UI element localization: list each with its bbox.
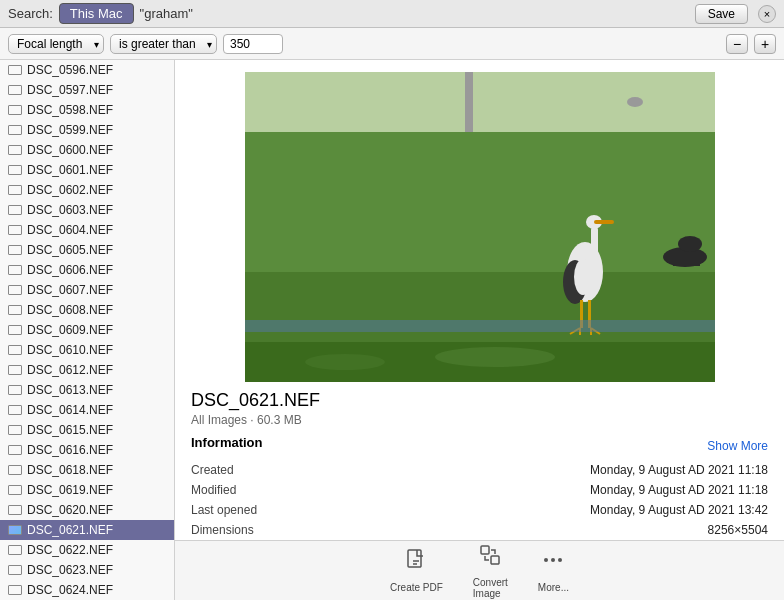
file-icon [8, 465, 22, 475]
file-name-label: DSC_0621.NEF [27, 523, 113, 537]
file-list-item[interactable]: DSC_0600.NEF [0, 140, 174, 160]
more-icon [541, 548, 565, 578]
svg-point-24 [435, 347, 555, 367]
file-icon [8, 365, 22, 375]
svg-rect-3 [465, 72, 473, 132]
file-list-item[interactable]: DSC_0614.NEF [0, 400, 174, 420]
file-icon [8, 245, 22, 255]
file-list-item[interactable]: DSC_0604.NEF [0, 220, 174, 240]
filter-op-wrapper: is greater than [110, 34, 217, 54]
filter-bar: Focal length is greater than − + [0, 28, 784, 60]
search-bar: Search: This Mac "graham" Save × [0, 0, 784, 28]
file-list-item[interactable]: DSC_0618.NEF [0, 460, 174, 480]
file-list-item[interactable]: DSC_0605.NEF [0, 240, 174, 260]
file-name-label: DSC_0602.NEF [27, 183, 113, 197]
file-list-item[interactable]: DSC_0597.NEF [0, 80, 174, 100]
svg-rect-5 [591, 227, 598, 272]
file-name-label: DSC_0601.NEF [27, 163, 113, 177]
file-icon [8, 265, 22, 275]
file-name-label: DSC_0619.NEF [27, 483, 113, 497]
file-list-item[interactable]: DSC_0613.NEF [0, 380, 174, 400]
file-icon [8, 525, 22, 535]
file-list-item[interactable]: DSC_0620.NEF [0, 500, 174, 520]
file-name-label: DSC_0599.NEF [27, 123, 113, 137]
file-list-item[interactable]: DSC_0601.NEF [0, 160, 174, 180]
file-list-item[interactable]: DSC_0607.NEF [0, 280, 174, 300]
dimensions-label: Dimensions [191, 520, 422, 540]
filter-value-input[interactable] [223, 34, 283, 54]
file-list-item[interactable]: DSC_0608.NEF [0, 300, 174, 320]
file-list-item[interactable]: DSC_0606.NEF [0, 260, 174, 280]
add-filter-button[interactable]: + [754, 34, 776, 54]
file-icon [8, 405, 22, 415]
svg-rect-29 [491, 556, 499, 564]
file-list-item[interactable]: DSC_0609.NEF [0, 320, 174, 340]
svg-point-21 [627, 97, 643, 107]
file-icon [8, 445, 22, 455]
file-list-item[interactable]: DSC_0623.NEF [0, 560, 174, 580]
file-icon [8, 125, 22, 135]
create-pdf-icon [404, 548, 428, 578]
search-tab-this-mac[interactable]: This Mac [59, 3, 134, 24]
modified-row: Modified Monday, 9 August AD 2021 11:18 [191, 480, 768, 500]
file-list-item[interactable]: DSC_0624.NEF [0, 580, 174, 600]
file-name-label: DSC_0624.NEF [27, 583, 113, 597]
convert-label: ConvertImage [473, 577, 508, 599]
file-subtitle: All Images · 60.3 MB [191, 413, 768, 427]
created-value: Monday, 9 August AD 2021 11:18 [422, 460, 768, 480]
file-list-item[interactable]: DSC_0610.NEF [0, 340, 174, 360]
save-button[interactable]: Save [695, 4, 748, 24]
more-button[interactable]: More... [538, 548, 569, 593]
created-label: Created [191, 460, 422, 480]
bottom-toolbar: Create PDF ConvertImage [175, 540, 784, 600]
svg-rect-16 [245, 320, 715, 332]
show-more-link[interactable]: Show More [707, 439, 768, 453]
file-icon [8, 325, 22, 335]
file-list-item[interactable]: DSC_0599.NEF [0, 120, 174, 140]
file-name-label: DSC_0610.NEF [27, 343, 113, 357]
image-preview-area [175, 60, 784, 390]
file-icon [8, 565, 22, 575]
file-list-item[interactable]: DSC_0621.NEF [0, 520, 174, 540]
file-list-item[interactable]: DSC_0622.NEF [0, 540, 174, 560]
preview-image [245, 72, 715, 382]
file-name-label: DSC_0618.NEF [27, 463, 113, 477]
close-button[interactable]: × [758, 5, 776, 23]
file-list-item[interactable]: DSC_0602.NEF [0, 180, 174, 200]
file-icon [8, 285, 22, 295]
filter-field-select[interactable]: Focal length [8, 34, 104, 54]
file-icon [8, 385, 22, 395]
file-name-label: DSC_0607.NEF [27, 283, 113, 297]
file-list-item[interactable]: DSC_0596.NEF [0, 60, 174, 80]
main-content: DSC_0596.NEFDSC_0597.NEFDSC_0598.NEFDSC_… [0, 60, 784, 600]
info-section: DSC_0621.NEF All Images · 60.3 MB Inform… [175, 390, 784, 540]
file-icon [8, 585, 22, 595]
file-name-label: DSC_0613.NEF [27, 383, 113, 397]
file-list-item[interactable]: DSC_0612.NEF [0, 360, 174, 380]
file-list-item[interactable]: DSC_0603.NEF [0, 200, 174, 220]
convert-image-button[interactable]: ConvertImage [473, 543, 508, 599]
convert-icon [478, 543, 502, 573]
create-pdf-button[interactable]: Create PDF [390, 548, 443, 593]
dimensions-row: Dimensions 8256×5504 [191, 520, 768, 540]
file-icon [8, 105, 22, 115]
file-name-label: DSC_0600.NEF [27, 143, 113, 157]
file-icon [8, 425, 22, 435]
file-name-label: DSC_0623.NEF [27, 563, 113, 577]
file-list-item[interactable]: DSC_0615.NEF [0, 420, 174, 440]
filter-op-select[interactable]: is greater than [110, 34, 217, 54]
last-opened-value: Monday, 9 August AD 2021 13:42 [422, 500, 768, 520]
file-icon [8, 165, 22, 175]
file-name-label: DSC_0606.NEF [27, 263, 113, 277]
file-name-label: DSC_0608.NEF [27, 303, 113, 317]
file-icon [8, 545, 22, 555]
svg-point-31 [551, 558, 555, 562]
last-opened-row: Last opened Monday, 9 August AD 2021 13:… [191, 500, 768, 520]
file-list-item[interactable]: DSC_0598.NEF [0, 100, 174, 120]
file-title: DSC_0621.NEF [191, 390, 768, 411]
modified-label: Modified [191, 480, 422, 500]
file-list-item[interactable]: DSC_0616.NEF [0, 440, 174, 460]
file-list-item[interactable]: DSC_0619.NEF [0, 480, 174, 500]
remove-filter-button[interactable]: − [726, 34, 748, 54]
created-row: Created Monday, 9 August AD 2021 11:18 [191, 460, 768, 480]
